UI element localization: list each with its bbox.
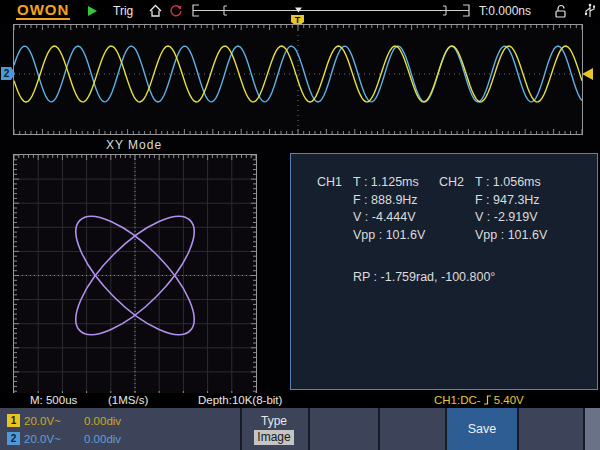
trigger-time-readout: T:0.000ns <box>479 4 531 18</box>
bottom-menu-bar: 1 20.0V~ 0.00div 2 20.0V~ 0.00div Type I… <box>0 408 600 450</box>
trigger-mode-icon <box>169 4 183 18</box>
ch1-frequency-row: F : 888.9Hz <box>317 192 425 210</box>
rising-edge-icon <box>483 394 492 406</box>
status-bar: M: 500us (1MS/s) Depth:10K(8-bit) CH1:DC… <box>0 393 600 408</box>
xy-mode-label: XY Mode <box>13 138 255 152</box>
type-menu-item[interactable]: Type Image <box>240 408 308 450</box>
menu-divider <box>517 408 519 450</box>
ch2-offset: 0.00div <box>84 433 121 445</box>
timebase-readout: M: 500us <box>30 394 77 406</box>
measurement-panel: CH1T : 1.125ms F : 888.9Hz V : -4.444V V… <box>290 153 598 390</box>
unlock-icon[interactable] <box>553 3 568 19</box>
trigger-source-label: CH1:DC- <box>434 394 481 406</box>
trigger-level-readout: 5.40V <box>494 394 524 406</box>
ch1-period-row: CH1T : 1.125ms <box>317 174 425 192</box>
trigger-level-marker[interactable] <box>582 68 593 80</box>
usb-icon <box>584 3 596 19</box>
ch1-vpp-row: Vpp : 101.6V <box>317 227 425 245</box>
ch2-scale: 20.0V~ <box>24 433 84 445</box>
ch2-voltage-row: V : -2.919V <box>439 209 547 227</box>
sample-rate-readout: (1MS/s) <box>108 394 148 406</box>
ch2-vpp-row: Vpp : 101.6V <box>439 227 547 245</box>
waveform-display <box>13 24 583 135</box>
trigger-status-label: Trig <box>113 4 133 18</box>
type-label: Type <box>261 414 287 428</box>
ch2-badge: 2 <box>7 432 20 445</box>
trigger-settings-readout: CH1:DC- 5.40V <box>434 394 524 406</box>
ch1-offset: 0.00div <box>84 415 121 427</box>
memory-depth-readout: Depth:10K(8-bit) <box>198 394 282 406</box>
ch2-frequency-row: F : 947.3Hz <box>439 192 547 210</box>
menu-divider <box>308 408 310 450</box>
relative-phase-row: RP : -1.759rad, -100.800° <box>353 270 495 284</box>
ch2-period-row: CH2T : 1.056ms <box>439 174 547 192</box>
home-icon[interactable] <box>148 3 163 18</box>
horizontal-position-ruler[interactable] <box>190 2 472 19</box>
ch1-voltage-row: V : -4.444V <box>317 209 425 227</box>
ch1-scale: 20.0V~ <box>24 415 84 427</box>
brand-logo: OWON <box>16 2 70 20</box>
xy-plot <box>13 154 257 397</box>
channel-1-info[interactable]: 1 20.0V~ 0.00div <box>0 413 121 428</box>
menu-side-strip <box>585 408 600 450</box>
ch1-badge: 1 <box>7 414 20 427</box>
oscilloscope-screen: OWON Trig T:0.000ns T <box>0 0 600 450</box>
type-value: Image <box>254 430 293 445</box>
ch1-measurements: CH1T : 1.125ms F : 888.9Hz V : -4.444V V… <box>317 174 425 244</box>
save-button[interactable]: Save <box>447 408 517 450</box>
ch2-measurements: CH2T : 1.056ms F : 947.3Hz V : -2.919V V… <box>439 174 547 244</box>
menu-divider <box>378 408 380 450</box>
run-state-icon[interactable] <box>88 6 97 16</box>
channel-2-info[interactable]: 2 20.0V~ 0.00div <box>0 431 121 446</box>
